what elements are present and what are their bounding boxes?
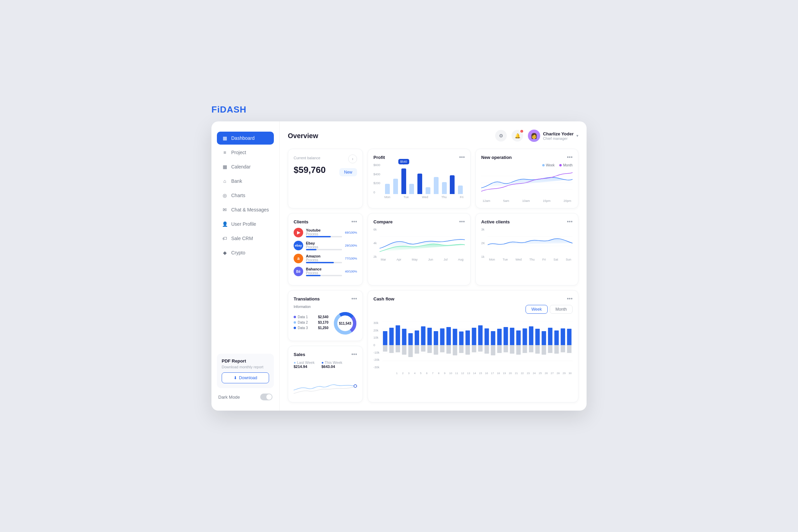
clients-more-button[interactable]: •••: [351, 219, 357, 224]
svg-rect-57: [446, 345, 451, 354]
user-details: Charlize Yoder Chief manager: [543, 131, 574, 141]
svg-rect-39: [522, 328, 527, 345]
svg-rect-60: [465, 345, 470, 355]
bar-fri5: [458, 186, 463, 194]
sidebar-item-calendar[interactable]: ▦ Calendar: [217, 160, 274, 173]
bar-group-fri2: [433, 177, 439, 194]
legend-data1: Data 1 $2,540: [294, 315, 328, 319]
svg-rect-37: [510, 328, 514, 345]
legend-month: Month: [563, 163, 573, 167]
active-clients-more-button[interactable]: •••: [567, 219, 573, 224]
sidebar-item-profile[interactable]: 👤 User Profile: [217, 218, 274, 231]
sales-more-button[interactable]: •••: [351, 352, 357, 357]
dark-mode-toggle[interactable]: [260, 394, 272, 400]
clients-title: Clients: [294, 219, 308, 224]
bar-group-mon2: [393, 179, 399, 194]
svg-rect-75: [561, 345, 565, 352]
svg-rect-68: [516, 345, 520, 355]
clients-card: Clients ••• ▶ Youtube Process: [288, 213, 363, 285]
header-right: ⚙ 🔔 1 👩 Charlize Yoder Chief manager ▾: [495, 130, 578, 142]
sidebar-item-bank[interactable]: ⌂ Bank: [217, 175, 274, 188]
last-week-label: Last Week: [297, 360, 315, 365]
bar-mon: [385, 184, 390, 194]
sidebar-label-dashboard: Dashboard: [231, 135, 255, 141]
last-week-value: $214.94: [294, 365, 315, 369]
cashflow-chart-area: 30k20k10k0-10k-20k-30k: [373, 321, 573, 375]
sales-values: ● Last Week $214.94 ● This Week $643.04: [294, 360, 357, 369]
project-icon: ≡: [222, 149, 228, 156]
compare-x-labels: MarAprMayJunJulAug: [380, 258, 465, 261]
svg-rect-41: [535, 329, 540, 345]
notifications-button[interactable]: 🔔 1: [512, 130, 523, 142]
svg-rect-59: [459, 345, 463, 353]
sidebar-item-dashboard[interactable]: ▦ Dashboard: [217, 132, 274, 145]
download-icon: ⬇: [234, 375, 237, 380]
sidebar-label-crypto: Crypto: [231, 250, 245, 255]
pdf-report-box: PDF Report Download monthly report ⬇ Dow…: [217, 354, 274, 388]
bar-wed: $540: [401, 168, 406, 194]
bar-fri2: [434, 177, 439, 194]
cashflow-more-button[interactable]: •••: [567, 296, 573, 301]
balance-nav-icon[interactable]: ›: [348, 154, 357, 163]
bar-group-wed: $540: [401, 168, 407, 194]
balance-amount: $59,760: [294, 165, 326, 175]
profit-more-button[interactable]: •••: [459, 154, 465, 160]
client-item-amazon: a Amazon Process 77/100%: [294, 254, 357, 263]
sidebar-item-crypto[interactable]: ◆ Crypto: [217, 246, 274, 259]
cashflow-week-button[interactable]: Week: [526, 305, 547, 314]
translations-body: Data 1 $2,540 Data 2 $3,170 Data 3: [294, 311, 357, 335]
sidebar-item-sale-crm[interactable]: 🏷 Sale CRM: [217, 232, 274, 245]
amazon-progress-label: 77/100%: [345, 257, 357, 260]
new-op-more-button[interactable]: •••: [567, 154, 573, 160]
user-info[interactable]: 👩 Charlize Yoder Chief manager ▾: [528, 130, 578, 142]
cashflow-month-button[interactable]: Month: [550, 305, 573, 314]
svg-rect-49: [396, 345, 400, 352]
profit-chart: $600$400$2000: [373, 163, 465, 199]
charts-icon: ◎: [222, 192, 228, 198]
sidebar-item-chat[interactable]: ✉ Chat & Messages: [217, 203, 274, 216]
svg-rect-42: [542, 331, 546, 345]
sales-title: Sales: [294, 352, 305, 357]
profit-title: Profit: [373, 155, 385, 160]
profit-y-labels: $600$400$2000: [373, 163, 382, 194]
cashflow-y-labels: 30k20k10k0-10k-20k-30k: [373, 321, 381, 369]
settings-button[interactable]: ⚙: [495, 130, 507, 142]
svg-rect-62: [478, 345, 483, 352]
svg-rect-46: [567, 329, 571, 345]
svg-rect-69: [522, 345, 527, 353]
sidebar-label-project: Project: [231, 150, 246, 155]
compare-more-button[interactable]: •••: [459, 219, 465, 224]
cashflow-chart: [382, 321, 573, 369]
compare-chart: [380, 228, 465, 255]
new-operation-title: New operation: [481, 155, 512, 160]
client-info-ebay: Ebay Process: [306, 241, 342, 250]
header: Overview ⚙ 🔔 1 👩 Charlize Yoder Chief ma…: [288, 130, 578, 142]
compare-card: Compare ••• 6k4k2k: [368, 213, 471, 285]
sidebar-label-charts: Charts: [231, 193, 245, 198]
sidebar-label-chat: Chat & Messages: [231, 207, 269, 212]
translations-more-button[interactable]: •••: [351, 296, 357, 301]
bar-group-thu2: [417, 174, 423, 194]
download-button[interactable]: ⬇ Download: [222, 372, 269, 383]
user-role: Chief manager: [543, 136, 574, 141]
sidebar-label-profile: User Profile: [231, 221, 256, 227]
translations-card: Translations ••• Information Data 1 $2,5…: [288, 290, 363, 341]
cashflow-card: Cash flow ••• Week Month 30k20k10k0-10k-…: [368, 290, 578, 402]
bar-fri4: [450, 175, 455, 194]
bar-group-thu: [409, 184, 415, 194]
sidebar-item-project[interactable]: ≡ Project: [217, 146, 274, 159]
avatar: 👩: [528, 130, 540, 142]
svg-rect-54: [427, 345, 432, 353]
active-clients-x-labels: MonTueWedThuFriSatSun: [488, 258, 573, 261]
cashflow-title: Cash flow: [373, 296, 394, 301]
sale-crm-icon: 🏷: [222, 235, 228, 241]
pdf-report-subtitle: Download monthly report: [222, 365, 269, 369]
new-balance-button[interactable]: New: [339, 168, 357, 176]
svg-rect-19: [396, 325, 400, 345]
cashflow-x-labels: 1234567891011121314151617181920212223242…: [382, 372, 573, 375]
sidebar-item-charts[interactable]: ◎ Charts: [217, 189, 274, 202]
notification-badge: 1: [520, 129, 524, 133]
svg-rect-40: [529, 326, 533, 345]
translations-total: $11,543: [339, 322, 351, 325]
this-week-label: This Week: [325, 360, 342, 365]
